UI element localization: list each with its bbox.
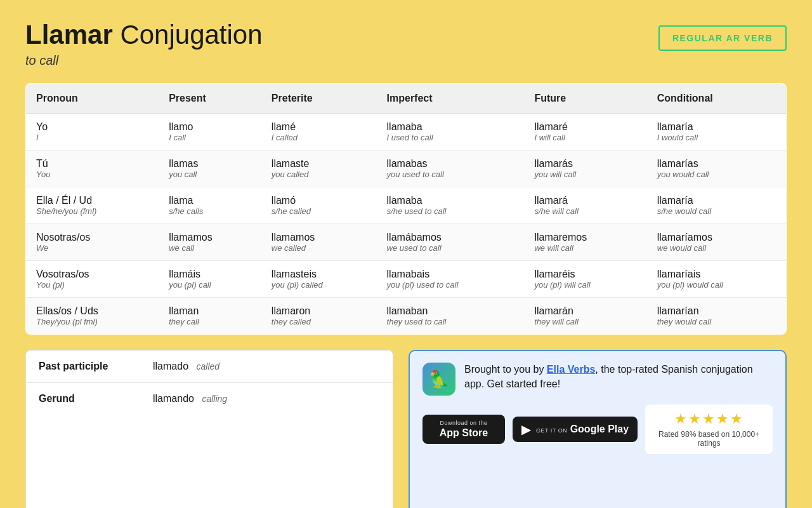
table-cell: llamaríamoswe would call xyxy=(647,224,787,261)
cell-main: Ella / Él / Ud xyxy=(36,195,148,206)
cell-sub: you used to call xyxy=(387,170,514,179)
apple-badge-name: App Store xyxy=(440,427,488,439)
table-cell: llamaremoswe will call xyxy=(524,224,646,261)
table-row: YoIllamoI callllaméI calledllamabaI used… xyxy=(26,114,787,150)
cell-sub: I would call xyxy=(657,133,776,142)
cell-main: Tú xyxy=(36,158,148,170)
promo-pre: Brought to you by xyxy=(464,364,547,375)
table-cell: llamaránthey will call xyxy=(524,298,646,335)
cell-main: llamé xyxy=(272,121,367,133)
cell-sub: We xyxy=(36,243,148,253)
page-header: Llamar Conjugation to call REGULAR AR VE… xyxy=(25,20,787,68)
cell-main: llamaría xyxy=(657,121,776,133)
cell-sub: s/he calls xyxy=(169,206,251,216)
table-cell: llamamoswe called xyxy=(261,224,377,261)
promo-text: Brought to you by Ella Verbs, the top-ra… xyxy=(464,363,773,391)
cell-main: llamarían xyxy=(657,305,776,317)
table-cell: llamós/he called xyxy=(261,187,377,224)
table-cell: llamasteyou called xyxy=(261,150,377,187)
cell-main: llamaba xyxy=(387,121,514,133)
promo-icon: 🦜 xyxy=(422,363,455,396)
cell-main: Ellas/os / Uds xyxy=(36,305,148,317)
cell-sub: we used to call xyxy=(387,243,514,253)
cell-main: llamamos xyxy=(169,232,251,243)
participle-row: Past participle llamado called xyxy=(26,351,393,383)
title-block: Llamar Conjugation to call xyxy=(25,20,263,68)
bottom-section: Past participle llamado called Gerund ll… xyxy=(25,350,787,508)
google-badge-top: GET IT ON xyxy=(536,427,567,434)
app-store-badge[interactable]: Download on the App Store xyxy=(422,415,505,444)
google-play-badge[interactable]: ▶ GET IT ON Google Play xyxy=(513,417,638,442)
cell-main: llamo xyxy=(169,121,251,133)
promo-card: 🦜 Brought to you by Ella Verbs, the top-… xyxy=(409,350,787,508)
cell-main: llamaba xyxy=(387,195,514,206)
cell-sub: I xyxy=(36,133,148,142)
cell-main: llamamos xyxy=(272,232,367,243)
table-row: Vosotras/osYou (pl)llamáisyou (pl) calll… xyxy=(26,261,787,298)
ella-verbs-promo-link[interactable]: Ella Verbs xyxy=(547,364,596,375)
table-cell: llamoI call xyxy=(159,114,261,150)
cell-sub: we will call xyxy=(534,243,636,253)
cell-main: llamaré xyxy=(534,121,636,133)
cell-sub: you (pl) used to call xyxy=(387,280,514,290)
cell-main: llamaremos xyxy=(534,232,636,243)
table-row: Nosotras/osWellamamoswe callllamamoswe c… xyxy=(26,224,787,261)
rating-box: ★★★★★ Rated 98% based on 10,000+ ratings xyxy=(645,404,773,454)
cell-sub: you call xyxy=(169,170,251,179)
cell-sub: They/you (pl fml) xyxy=(36,317,148,326)
left-bottom: Past participle llamado called Gerund ll… xyxy=(25,350,393,508)
table-cell: llamaríanthey would call xyxy=(647,298,787,335)
cell-main: llamó xyxy=(272,195,367,206)
table-cell: llamabaI used to call xyxy=(377,114,525,150)
table-cell: Ellas/os / UdsThey/you (pl fml) xyxy=(26,298,159,335)
cell-sub: we called xyxy=(272,243,367,253)
cell-main: llamarás xyxy=(534,158,636,170)
cell-main: llamaste xyxy=(272,158,367,170)
table-cell: YoI xyxy=(26,114,159,150)
table-cell: llamaríaisyou (pl) would call xyxy=(647,261,787,298)
cell-sub: you (pl) will call xyxy=(534,280,636,290)
title-rest: Conjugation xyxy=(113,20,263,50)
cell-main: llamábamos xyxy=(387,232,514,243)
verb-translation: to call xyxy=(25,53,263,68)
cell-sub: You (pl) xyxy=(36,280,148,290)
verb-type-badge: REGULAR AR VERB xyxy=(658,25,787,51)
cell-main: llamarías xyxy=(657,158,776,170)
cell-main: llaman xyxy=(169,305,251,317)
participle-table: Past participle llamado called Gerund ll… xyxy=(25,350,393,508)
cell-main: llamaría xyxy=(657,195,776,206)
table-cell: llamasyou call xyxy=(159,150,261,187)
cell-main: llamaréis xyxy=(534,269,636,280)
cell-sub: I call xyxy=(169,133,251,142)
cell-sub: they used to call xyxy=(387,317,514,326)
cell-sub: I will call xyxy=(534,133,636,142)
promo-bottom: Download on the App Store ▶ GET IT ON Go… xyxy=(422,404,773,454)
cell-sub: s/he used to call xyxy=(387,206,514,216)
google-badge-text: GET IT ON Google Play xyxy=(536,424,629,435)
cell-main: Yo xyxy=(36,121,148,133)
cell-sub: they would call xyxy=(657,317,776,326)
table-cell: llamanthey call xyxy=(159,298,261,335)
col-imperfect: Imperfect xyxy=(377,84,525,114)
table-row: Ella / Él / UdShe/he/you (fml)llamas/he … xyxy=(26,187,787,224)
table-cell: llamaréI will call xyxy=(524,114,646,150)
participle-row: Gerund llamando calling xyxy=(26,383,393,415)
table-cell: llamarás/he will call xyxy=(524,187,646,224)
cell-sub: they called xyxy=(272,317,367,326)
promo-top: 🦜 Brought to you by Ella Verbs, the top-… xyxy=(422,363,773,396)
cell-sub: You xyxy=(36,170,148,179)
cell-sub: they will call xyxy=(534,317,636,326)
table-cell: llamamoswe call xyxy=(159,224,261,261)
table-cell: llamabas/he used to call xyxy=(377,187,525,224)
table-header-row: Pronoun Present Preterite Imperfect Futu… xyxy=(26,84,787,114)
verb-name: Llamar xyxy=(25,20,113,50)
cell-main: llamaríamos xyxy=(657,232,776,243)
table-cell: Vosotras/osYou (pl) xyxy=(26,261,159,298)
table-cell: llamarásyou will call xyxy=(524,150,646,187)
table-cell: TúYou xyxy=(26,150,159,187)
cell-sub: you will call xyxy=(534,170,636,179)
participle-value: llamando calling xyxy=(153,393,227,404)
table-cell: llaméI called xyxy=(261,114,377,150)
conjugation-table: Pronoun Present Preterite Imperfect Futu… xyxy=(25,83,787,335)
page-title: Llamar Conjugation xyxy=(25,20,263,50)
